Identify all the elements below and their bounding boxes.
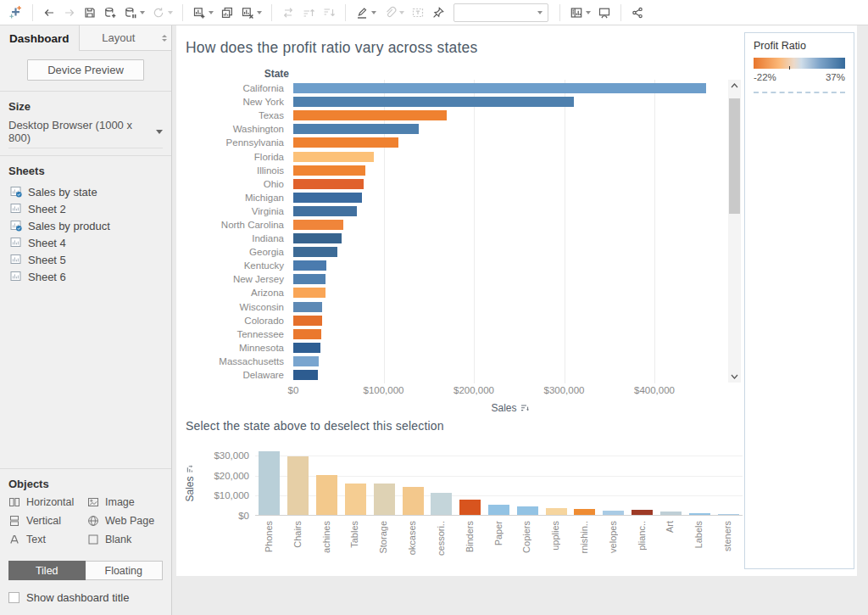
state-bar-colorado[interactable] xyxy=(293,316,322,326)
sheet-item-sheet-2[interactable]: Sheet 2 xyxy=(8,200,163,217)
state-row: Georgia xyxy=(176,245,726,259)
object-vertical[interactable]: Vertical xyxy=(8,515,84,527)
text-label-icon xyxy=(411,6,425,20)
share-button[interactable] xyxy=(627,2,648,24)
device-preview-button[interactable]: Device Preview xyxy=(27,59,144,81)
product-bar-accessories[interactable] xyxy=(431,493,452,515)
show-dashboard-title-checkbox[interactable] xyxy=(8,592,19,603)
chevron-down-icon[interactable] xyxy=(586,11,591,14)
chevron-down-icon[interactable] xyxy=(257,11,262,14)
product-bar-binders[interactable] xyxy=(459,500,481,515)
state-label: Kentucky xyxy=(176,260,289,271)
state-bar-minnesota[interactable] xyxy=(293,343,320,353)
vertical-scrollbar[interactable] xyxy=(728,80,741,383)
state-label: New Jersey xyxy=(176,274,289,284)
sales-axis-label: Sales xyxy=(293,402,726,414)
product-bar-storage[interactable] xyxy=(374,484,395,515)
duplicate-sheet-button[interactable] xyxy=(217,2,237,24)
state-bar-delaware[interactable] xyxy=(293,370,318,380)
product-bar-fasteners[interactable] xyxy=(718,514,739,515)
product-bar-machines[interactable] xyxy=(316,475,337,515)
product-bar-phones[interactable] xyxy=(259,451,280,515)
state-bar-tennessee[interactable] xyxy=(293,329,321,339)
state-row: Washington xyxy=(176,122,726,136)
sort-ascending-button xyxy=(298,2,319,24)
state-label: New York xyxy=(176,97,289,107)
state-bar-illinois[interactable] xyxy=(293,165,365,176)
state-column-header: State xyxy=(176,68,289,80)
state-bar-florida[interactable] xyxy=(293,152,374,162)
product-bar-tables[interactable] xyxy=(345,484,366,515)
show-cards-icon xyxy=(570,6,583,20)
sidebar-pane-toggle-icon[interactable] xyxy=(158,25,171,51)
sheet-item-sales-by-product[interactable]: Sales by product xyxy=(8,217,163,234)
size-dropdown[interactable]: Desktop Browser (1000 x 800) xyxy=(8,119,163,148)
sort-descending-icon[interactable] xyxy=(520,404,529,412)
state-bar-indiana[interactable] xyxy=(293,233,342,243)
save-icon xyxy=(83,6,97,20)
sheet-item-sheet-6[interactable]: Sheet 6 xyxy=(8,268,163,285)
sheet-item-label: Sheet 6 xyxy=(28,271,66,283)
tab-dashboard[interactable]: Dashboard xyxy=(0,25,79,51)
sheet-item-sales-by-state[interactable]: Sales by state xyxy=(8,183,163,200)
object-blank[interactable]: Blank xyxy=(87,534,163,545)
tab-layout[interactable]: Layout xyxy=(79,25,159,51)
show-cards-button[interactable] xyxy=(566,2,594,24)
new-data-source-button[interactable] xyxy=(100,2,120,24)
scrollbar-thumb[interactable] xyxy=(729,98,740,214)
state-bar-kentucky[interactable] xyxy=(293,260,326,271)
object-web-page[interactable]: Web Page xyxy=(87,515,163,527)
new-worksheet-button[interactable] xyxy=(189,2,217,24)
state-bar-georgia[interactable] xyxy=(293,247,337,257)
chevron-down-icon[interactable] xyxy=(371,11,376,14)
presentation-mode-button[interactable] xyxy=(594,2,615,24)
product-bar-paper[interactable] xyxy=(488,505,509,515)
fix-axes-button[interactable] xyxy=(428,2,448,24)
product-bar-art[interactable] xyxy=(660,512,682,515)
product-bar-chairs[interactable] xyxy=(287,456,309,515)
chevron-down-icon[interactable] xyxy=(209,11,214,14)
state-bar-arizona[interactable] xyxy=(293,288,326,298)
state-bar-michigan[interactable] xyxy=(293,193,362,203)
state-bar-massachusetts[interactable] xyxy=(293,356,319,366)
state-bar-virginia[interactable] xyxy=(293,206,357,216)
product-bar-bookcases[interactable] xyxy=(403,487,424,515)
state-bar-wisconsin[interactable] xyxy=(293,302,322,312)
object-label: Blank xyxy=(105,534,131,545)
tiled-button[interactable]: Tiled xyxy=(8,561,86,580)
object-text[interactable]: Text xyxy=(8,534,84,545)
product-bar-copiers[interactable] xyxy=(517,506,538,515)
state-bar-pennsylvania[interactable] xyxy=(293,137,398,148)
product-bar-furnishings[interactable] xyxy=(574,509,595,515)
state-bar-new-york[interactable] xyxy=(293,97,574,107)
clear-sheet-button[interactable] xyxy=(237,2,265,24)
product-bar-appliances[interactable] xyxy=(632,510,653,515)
fit-selector[interactable] xyxy=(453,3,548,22)
product-bar-envelopes[interactable] xyxy=(603,511,624,515)
sheet-item-sheet-5[interactable]: Sheet 5 xyxy=(8,251,163,268)
undo-button[interactable] xyxy=(39,2,59,24)
pause-auto-updates-button[interactable] xyxy=(120,2,148,24)
save-button[interactable] xyxy=(80,2,100,24)
state-bar-california[interactable] xyxy=(293,83,706,93)
object-horizontal[interactable]: Horizontal xyxy=(8,496,84,508)
sidebar: Dashboard Layout Device Preview Size Des… xyxy=(0,25,172,615)
profit-ratio-legend[interactable]: Profit Ratio -22% 37% xyxy=(744,32,854,569)
product-label-machines: achines xyxy=(313,520,342,573)
state-bar-texas[interactable] xyxy=(293,110,447,120)
tableau-logo[interactable] xyxy=(5,2,26,24)
state-bar-washington[interactable] xyxy=(293,124,419,134)
floating-button[interactable]: Floating xyxy=(86,561,164,580)
object-image[interactable]: Image xyxy=(87,496,163,508)
state-bar-ohio[interactable] xyxy=(293,179,364,189)
product-bar-supplies[interactable] xyxy=(546,508,567,515)
chevron-down-icon[interactable] xyxy=(140,11,145,14)
state-bar-new-jersey[interactable] xyxy=(293,274,326,284)
sheet-item-sheet-4[interactable]: Sheet 4 xyxy=(8,234,163,251)
scroll-down-arrow[interactable] xyxy=(728,371,741,383)
chevron-down-icon xyxy=(399,11,404,14)
highlight-button[interactable] xyxy=(352,2,380,24)
product-bar-labels[interactable] xyxy=(689,513,710,515)
scroll-up-arrow[interactable] xyxy=(728,80,741,92)
state-bar-north-carolina[interactable] xyxy=(293,220,343,230)
